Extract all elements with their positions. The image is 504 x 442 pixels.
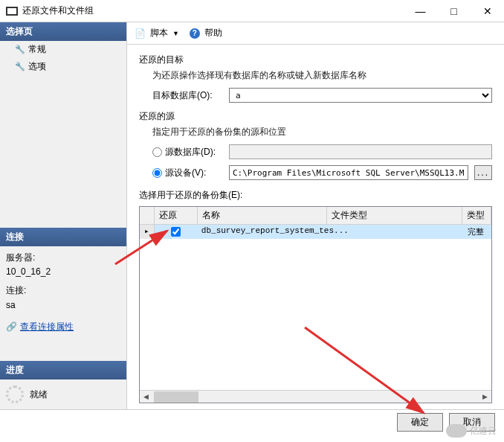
sidebar-connection-header: 连接 xyxy=(0,228,126,246)
conn-value: sa xyxy=(6,298,120,313)
script-icon: 📄 xyxy=(135,28,146,39)
backup-sets-grid: 还原 名称 文件类型 类型 ▸ db_survey_report_system_… xyxy=(139,206,492,403)
wrench-icon: 🔧 xyxy=(15,62,25,71)
source-device-path[interactable] xyxy=(229,165,468,180)
sidebar-item-options[interactable]: 🔧 选项 xyxy=(0,58,126,75)
source-section-desc: 指定用于还原的备份集的源和位置 xyxy=(152,126,492,138)
sidebar-item-general[interactable]: 🔧 常规 xyxy=(0,41,126,58)
minimize-button[interactable]: — xyxy=(404,0,437,22)
ok-button[interactable]: 确定 xyxy=(397,413,443,432)
source-db-radio[interactable] xyxy=(152,147,162,157)
help-button[interactable]: 帮助 xyxy=(204,27,222,39)
target-db-select[interactable]: a xyxy=(229,88,492,103)
target-db-label: 目标数据库(O): xyxy=(152,89,223,102)
table-row[interactable]: ▸ db_survey_report_system_tes... 完整 xyxy=(140,225,491,239)
window-icon xyxy=(6,7,18,16)
source-device-radio[interactable] xyxy=(152,168,162,178)
restore-checkbox[interactable] xyxy=(171,227,181,237)
connection-icon: 🔗 xyxy=(6,320,17,334)
row-header[interactable]: ▸ xyxy=(140,225,155,239)
scroll-right-icon[interactable]: ▶ xyxy=(479,393,491,400)
horizontal-scrollbar[interactable]: ◀ ▶ xyxy=(140,390,491,403)
browse-button[interactable]: ... xyxy=(474,165,492,180)
row-name: db_survey_report_system_tes... xyxy=(197,225,331,239)
source-db-select-disabled xyxy=(229,144,492,159)
server-value: 10_0_16_2 xyxy=(6,265,120,279)
target-section-title: 还原的目标 xyxy=(139,54,492,66)
cloud-icon xyxy=(446,424,467,438)
conn-label: 连接: xyxy=(6,284,120,298)
progress-status: 就绪 xyxy=(30,388,48,401)
backup-sets-label: 选择用于还原的备份集(E): xyxy=(139,189,492,202)
view-connection-props-link[interactable]: 查看连接属性 xyxy=(20,320,74,334)
sidebar-item-label: 常规 xyxy=(28,43,46,56)
col-restore-header[interactable]: 还原 xyxy=(155,207,198,224)
col-filetype-header[interactable]: 文件类型 xyxy=(327,207,462,224)
sidebar-select-page-header: 选择页 xyxy=(0,22,126,41)
grid-corner xyxy=(140,207,155,224)
maximize-button[interactable]: □ xyxy=(437,0,471,22)
col-type-header[interactable]: 类型 xyxy=(462,207,491,224)
close-button[interactable]: ✕ xyxy=(471,0,504,22)
wrench-icon: 🔧 xyxy=(15,45,25,54)
row-type: 完整 xyxy=(463,225,491,239)
source-section-title: 还原的源 xyxy=(139,110,492,123)
scroll-left-icon[interactable]: ◀ xyxy=(140,393,152,400)
row-filetype xyxy=(331,225,463,239)
scroll-thumb[interactable] xyxy=(154,391,198,403)
source-db-radio-label[interactable]: 源数据库(D): xyxy=(152,146,223,158)
progress-spinner-icon xyxy=(6,385,24,403)
script-button[interactable]: 脚本 xyxy=(150,27,168,39)
target-section-desc: 为还原操作选择现有数据库的名称或键入新数据库名称 xyxy=(152,69,492,82)
source-device-radio-label[interactable]: 源设备(V): xyxy=(152,167,223,179)
sidebar-item-label: 选项 xyxy=(28,60,46,73)
server-label: 服务器: xyxy=(6,251,120,265)
help-icon: ? xyxy=(190,28,200,39)
col-name-header[interactable]: 名称 xyxy=(198,207,327,224)
watermark: 亿速云 xyxy=(446,424,497,438)
window-title: 还原文件和文件组 xyxy=(22,4,404,17)
sidebar-progress-header: 进度 xyxy=(0,361,126,379)
chevron-down-icon[interactable]: ▼ xyxy=(172,30,179,37)
